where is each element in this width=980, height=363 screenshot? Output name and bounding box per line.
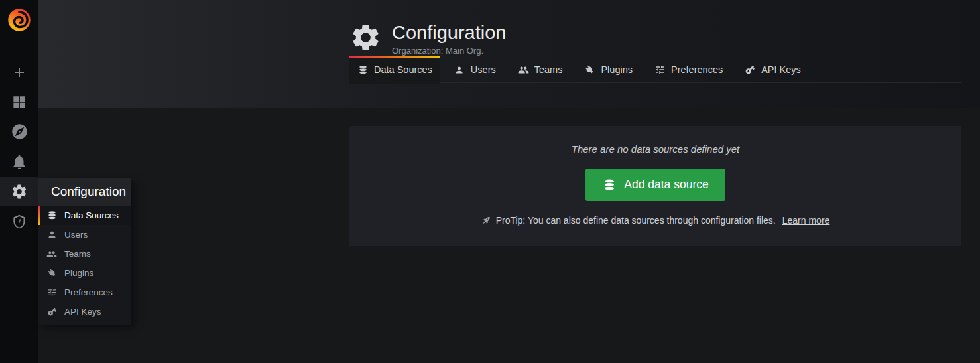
tab-preferences[interactable]: Preferences: [646, 56, 731, 83]
page-content: There are no data sources defined yet Ad…: [38, 108, 980, 363]
protip-text: ProTip: You can also define data sources…: [496, 215, 776, 226]
flyout-item-label: Plugins: [64, 268, 93, 278]
user-icon: [46, 230, 57, 240]
flyout-item-plugins[interactable]: Plugins: [38, 263, 131, 283]
tab-bar: Data Sources Users Teams Plugins Prefere…: [349, 56, 961, 83]
plug-icon: [46, 268, 57, 279]
alerting-bell-icon: [11, 153, 28, 171]
tab-label: API Keys: [761, 64, 801, 75]
database-icon: [357, 64, 368, 75]
team-icon: [518, 64, 528, 75]
flyout-item-label: Teams: [64, 249, 91, 259]
flyout-title[interactable]: Configuration: [38, 178, 131, 206]
flyout-item-label: Users: [64, 230, 88, 240]
empty-state-message: There are no data sources defined yet: [572, 143, 740, 155]
add-data-source-button[interactable]: Add data source: [585, 169, 725, 201]
tab-api-keys[interactable]: API Keys: [737, 56, 809, 83]
page-title: Configuration: [392, 22, 507, 44]
sidebar-item-server-admin[interactable]: [0, 206, 38, 236]
learn-more-link[interactable]: Learn more: [782, 215, 830, 226]
server-admin-shield-icon: [11, 213, 28, 230]
sidebar-item-configuration[interactable]: [0, 177, 38, 206]
tab-plugins[interactable]: Plugins: [576, 56, 641, 83]
team-icon: [46, 249, 57, 259]
plus-icon: [11, 64, 27, 80]
flyout-item-label: Data Sources: [64, 210, 119, 220]
flyout-item-users[interactable]: Users: [38, 225, 131, 244]
flyout-item-label: Preferences: [64, 287, 113, 297]
protip: ProTip: You can also define data sources…: [481, 215, 830, 226]
main-area: Configuration Organization: Main Org. Da…: [38, 0, 980, 363]
key-icon: [745, 64, 755, 75]
dashboards-grid-icon: [11, 94, 28, 111]
sidebar-item-alerting[interactable]: [0, 147, 38, 177]
key-icon: [46, 307, 57, 317]
explore-compass-icon: [11, 123, 29, 141]
user-icon: [454, 64, 465, 75]
tab-data-sources[interactable]: Data Sources: [349, 56, 440, 83]
flyout-item-data-sources[interactable]: Data Sources: [38, 206, 131, 225]
tab-teams[interactable]: Teams: [510, 56, 571, 83]
plug-icon: [584, 64, 595, 75]
sidebar-item-create[interactable]: [0, 57, 38, 87]
sidebar: [0, 0, 38, 363]
flyout-item-teams[interactable]: Teams: [38, 244, 131, 263]
tab-label: Users: [471, 64, 496, 75]
database-icon: [46, 210, 57, 221]
gear-icon: [349, 21, 382, 56]
page-header: Configuration Organization: Main Org. Da…: [38, 0, 980, 108]
sliders-icon: [46, 287, 57, 298]
flyout-item-api-keys[interactable]: API Keys: [38, 302, 131, 321]
flyout-item-label: API Keys: [64, 307, 101, 317]
configuration-gear-icon: [11, 183, 28, 200]
sliders-icon: [654, 64, 665, 75]
page-subtitle: Organization: Main Org.: [392, 46, 507, 56]
sidebar-item-dashboards[interactable]: [0, 87, 38, 117]
add-data-source-label: Add data source: [624, 178, 708, 192]
rocket-icon: [481, 216, 491, 225]
tab-label: Data Sources: [374, 64, 432, 75]
tab-label: Plugins: [601, 64, 633, 75]
empty-datasources-panel: There are no data sources defined yet Ad…: [349, 126, 961, 246]
grafana-logo[interactable]: [0, 0, 38, 36]
configuration-flyout-menu: Configuration Data Sources Users Teams P…: [38, 178, 131, 325]
tab-users[interactable]: Users: [446, 56, 504, 83]
sidebar-nav: [0, 57, 38, 236]
tab-label: Teams: [534, 64, 563, 75]
flyout-item-preferences[interactable]: Preferences: [38, 283, 131, 302]
tab-label: Preferences: [671, 64, 723, 75]
sidebar-item-explore[interactable]: [0, 117, 38, 147]
database-icon: [602, 178, 616, 192]
